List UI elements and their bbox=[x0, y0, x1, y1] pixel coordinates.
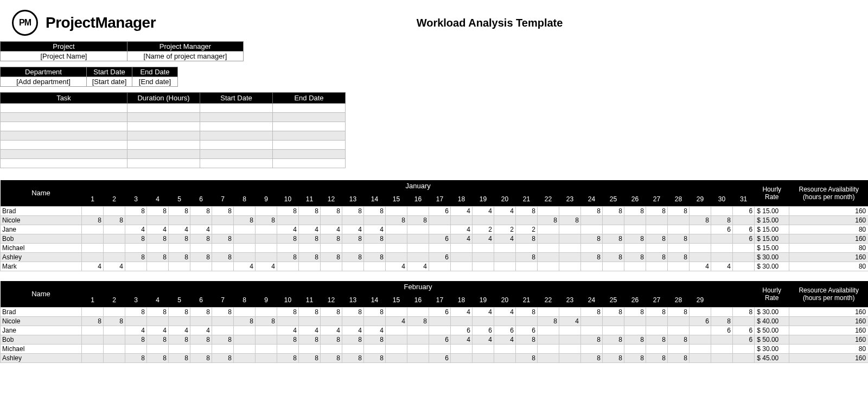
hours-cell[interactable]: 8 bbox=[277, 234, 299, 244]
task-cell[interactable] bbox=[273, 131, 346, 141]
hours-cell[interactable] bbox=[516, 262, 538, 271]
hours-cell[interactable]: 8 bbox=[169, 335, 190, 345]
task-cell[interactable] bbox=[273, 141, 346, 150]
hours-cell[interactable] bbox=[82, 225, 104, 234]
hours-cell[interactable]: 4 bbox=[494, 335, 516, 345]
hours-cell[interactable]: 8 bbox=[125, 253, 147, 262]
hours-cell[interactable] bbox=[559, 335, 581, 345]
hours-cell[interactable]: 6 bbox=[451, 326, 473, 335]
hours-cell[interactable] bbox=[559, 225, 581, 234]
hours-cell[interactable]: 4 bbox=[364, 326, 386, 335]
hours-cell[interactable] bbox=[82, 253, 104, 262]
availability-cell[interactable]: 160 bbox=[789, 354, 868, 363]
hours-cell[interactable] bbox=[342, 262, 364, 271]
hourly-rate-cell[interactable]: $ 50.00 bbox=[755, 326, 789, 335]
hours-cell[interactable]: 8 bbox=[147, 335, 169, 345]
task-cell[interactable] bbox=[273, 150, 346, 159]
hours-cell[interactable] bbox=[342, 317, 364, 326]
hourly-rate-cell[interactable]: $ 45.00 bbox=[755, 354, 789, 363]
availability-cell[interactable]: 160 bbox=[789, 335, 868, 345]
hours-cell[interactable] bbox=[559, 207, 581, 216]
hours-cell[interactable] bbox=[407, 308, 429, 317]
hours-cell[interactable]: 8 bbox=[256, 216, 277, 225]
hours-cell[interactable] bbox=[277, 262, 299, 271]
hours-cell[interactable] bbox=[581, 244, 603, 253]
task-cell[interactable] bbox=[127, 159, 200, 168]
hours-cell[interactable] bbox=[711, 234, 733, 244]
resource-name-cell[interactable]: Brad bbox=[1, 308, 82, 317]
hours-cell[interactable]: 8 bbox=[581, 354, 603, 363]
hours-cell[interactable] bbox=[342, 345, 364, 354]
hours-cell[interactable]: 8 bbox=[190, 207, 212, 216]
hours-cell[interactable] bbox=[169, 345, 190, 354]
hours-cell[interactable] bbox=[407, 326, 429, 335]
hours-cell[interactable] bbox=[277, 244, 299, 253]
hours-cell[interactable] bbox=[147, 216, 169, 225]
hours-cell[interactable] bbox=[147, 317, 169, 326]
availability-cell[interactable]: 80 bbox=[789, 345, 868, 354]
department-cell[interactable]: [Add department] bbox=[1, 77, 87, 87]
hourly-rate-cell[interactable]: $ 15.00 bbox=[755, 225, 789, 234]
hours-cell[interactable] bbox=[125, 216, 147, 225]
hours-cell[interactable] bbox=[603, 317, 624, 326]
hours-cell[interactable] bbox=[321, 317, 342, 326]
hours-cell[interactable] bbox=[559, 326, 581, 335]
hours-cell[interactable]: 6 bbox=[733, 225, 755, 234]
hours-cell[interactable] bbox=[603, 262, 624, 271]
hours-cell[interactable] bbox=[212, 216, 234, 225]
task-cell[interactable] bbox=[200, 104, 273, 113]
hours-cell[interactable] bbox=[125, 345, 147, 354]
hours-cell[interactable] bbox=[494, 317, 516, 326]
hours-cell[interactable]: 4 bbox=[147, 225, 169, 234]
hours-cell[interactable] bbox=[256, 253, 277, 262]
hourly-rate-cell[interactable]: $ 15.00 bbox=[755, 234, 789, 244]
hours-cell[interactable] bbox=[451, 354, 473, 363]
task-cell[interactable] bbox=[127, 113, 200, 122]
hours-cell[interactable]: 8 bbox=[212, 253, 234, 262]
hours-cell[interactable] bbox=[386, 345, 407, 354]
hours-cell[interactable] bbox=[386, 354, 407, 363]
task-cell[interactable] bbox=[1, 113, 127, 122]
task-row[interactable] bbox=[1, 159, 346, 168]
hours-cell[interactable] bbox=[711, 308, 733, 317]
hours-cell[interactable]: 8 bbox=[646, 308, 668, 317]
hours-cell[interactable]: 8 bbox=[212, 354, 234, 363]
hours-cell[interactable]: 8 bbox=[668, 308, 690, 317]
hours-cell[interactable]: 4 bbox=[169, 326, 190, 335]
hours-cell[interactable]: 6 bbox=[429, 207, 451, 216]
hours-cell[interactable]: 8 bbox=[234, 317, 256, 326]
availability-cell[interactable]: 80 bbox=[789, 262, 868, 271]
hours-cell[interactable] bbox=[603, 326, 624, 335]
hours-cell[interactable] bbox=[603, 216, 624, 225]
hours-cell[interactable] bbox=[690, 354, 711, 363]
hours-cell[interactable]: 4 bbox=[82, 262, 104, 271]
hours-cell[interactable]: 8 bbox=[603, 253, 624, 262]
hours-cell[interactable] bbox=[624, 317, 646, 326]
task-cell[interactable] bbox=[1, 122, 127, 131]
hours-cell[interactable] bbox=[407, 253, 429, 262]
hours-cell[interactable]: 8 bbox=[321, 335, 342, 345]
hours-cell[interactable]: 4 bbox=[559, 317, 581, 326]
hours-cell[interactable] bbox=[190, 345, 212, 354]
hours-cell[interactable] bbox=[603, 225, 624, 234]
hours-cell[interactable]: 8 bbox=[668, 253, 690, 262]
hours-cell[interactable]: 8 bbox=[321, 354, 342, 363]
hours-cell[interactable]: 4 bbox=[386, 317, 407, 326]
hours-cell[interactable] bbox=[364, 345, 386, 354]
hours-cell[interactable] bbox=[538, 253, 559, 262]
resource-name-cell[interactable]: Mark bbox=[1, 262, 82, 271]
hours-cell[interactable] bbox=[603, 345, 624, 354]
hours-cell[interactable] bbox=[277, 317, 299, 326]
task-cell[interactable] bbox=[127, 104, 200, 113]
hours-cell[interactable] bbox=[82, 345, 104, 354]
hours-cell[interactable] bbox=[147, 262, 169, 271]
hours-cell[interactable]: 8 bbox=[581, 253, 603, 262]
hours-cell[interactable] bbox=[668, 345, 690, 354]
hours-cell[interactable]: 8 bbox=[581, 308, 603, 317]
hours-cell[interactable]: 8 bbox=[364, 207, 386, 216]
hours-cell[interactable]: 8 bbox=[690, 216, 711, 225]
hours-cell[interactable] bbox=[559, 244, 581, 253]
hours-cell[interactable] bbox=[624, 345, 646, 354]
hours-cell[interactable]: 4 bbox=[321, 225, 342, 234]
hours-cell[interactable] bbox=[473, 354, 494, 363]
